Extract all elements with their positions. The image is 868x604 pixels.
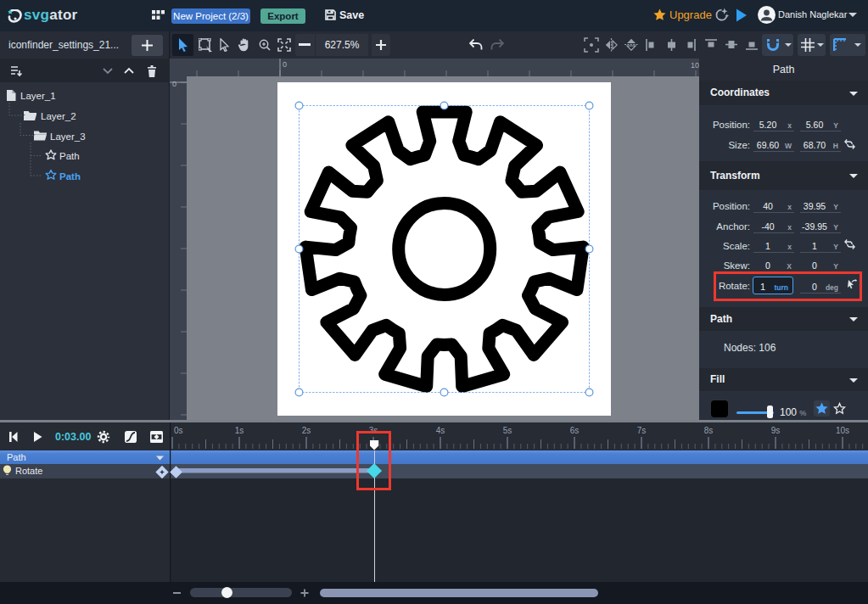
svg-text:10: 10 bbox=[691, 61, 699, 70]
svg-text:6s: 6s bbox=[570, 426, 580, 435]
svg-text:0: 0 bbox=[283, 60, 287, 69]
svg-text:7s: 7s bbox=[637, 426, 647, 435]
svg-text:4s: 4s bbox=[436, 426, 445, 435]
svg-text:Path: Path bbox=[59, 171, 81, 182]
svg-text:0:03.00: 0:03.00 bbox=[55, 431, 91, 443]
svg-text:9s: 9s bbox=[771, 426, 781, 435]
svg-text:1s: 1s bbox=[235, 426, 244, 435]
svg-text:5s: 5s bbox=[503, 426, 512, 435]
svg-text:Rotate: Rotate bbox=[15, 466, 42, 476]
svg-text:0: 0 bbox=[172, 80, 176, 88]
svg-text:Layer_2: Layer_2 bbox=[41, 111, 76, 121]
svg-text:Path: Path bbox=[7, 452, 26, 462]
svg-text:0s: 0s bbox=[174, 426, 183, 435]
svg-text:2s: 2s bbox=[302, 426, 311, 435]
svg-text:3s: 3s bbox=[369, 426, 378, 435]
svg-text:10s: 10s bbox=[836, 426, 849, 435]
svg-text:8s: 8s bbox=[704, 426, 714, 435]
svg-text:Layer_3: Layer_3 bbox=[50, 131, 86, 142]
svg-text:Path: Path bbox=[59, 151, 80, 161]
svg-text:Layer_1: Layer_1 bbox=[20, 91, 56, 101]
